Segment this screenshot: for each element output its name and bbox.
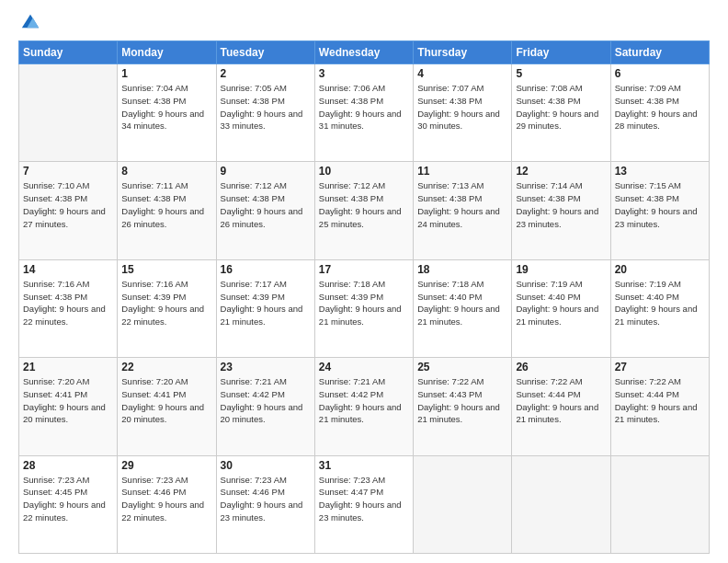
calendar-cell: 13Sunrise: 7:15 AMSunset: 4:38 PMDayligh… — [610, 162, 709, 259]
calendar-cell: 9Sunrise: 7:12 AMSunset: 4:38 PMDaylight… — [216, 162, 314, 259]
day-number: 23 — [221, 361, 311, 373]
day-number: 24 — [319, 361, 409, 373]
calendar-cell: 21Sunrise: 7:20 AMSunset: 4:41 PMDayligh… — [19, 358, 118, 455]
day-number: 16 — [221, 263, 311, 276]
calendar-cell: 6Sunrise: 7:09 AMSunset: 4:38 PMDaylight… — [610, 64, 709, 162]
calendar-cell: 16Sunrise: 7:17 AMSunset: 4:39 PMDayligh… — [216, 259, 314, 357]
calendar-cell: 4Sunrise: 7:07 AMSunset: 4:38 PMDaylight… — [414, 64, 512, 162]
day-info: Sunrise: 7:22 AMSunset: 4:43 PMDaylight:… — [417, 375, 507, 426]
calendar-cell: 27Sunrise: 7:22 AMSunset: 4:44 PMDayligh… — [610, 358, 709, 455]
day-info: Sunrise: 7:07 AMSunset: 4:38 PMDaylight:… — [417, 82, 507, 132]
day-info: Sunrise: 7:06 AMSunset: 4:38 PMDaylight:… — [319, 82, 409, 132]
day-info: Sunrise: 7:20 AMSunset: 4:41 PMDaylight:… — [23, 375, 113, 426]
calendar-cell: 31Sunrise: 7:23 AMSunset: 4:47 PMDayligh… — [314, 455, 413, 553]
calendar-cell: 28Sunrise: 7:23 AMSunset: 4:45 PMDayligh… — [19, 455, 118, 553]
day-number: 17 — [319, 263, 409, 276]
calendar-cell: 14Sunrise: 7:16 AMSunset: 4:38 PMDayligh… — [19, 259, 118, 357]
day-info: Sunrise: 7:12 AMSunset: 4:38 PMDaylight:… — [319, 179, 409, 230]
day-info: Sunrise: 7:22 AMSunset: 4:44 PMDaylight:… — [615, 375, 705, 426]
day-number: 9 — [221, 165, 311, 178]
logo — [18, 15, 40, 31]
day-info: Sunrise: 7:21 AMSunset: 4:42 PMDaylight:… — [319, 375, 409, 426]
calendar-cell: 2Sunrise: 7:05 AMSunset: 4:38 PMDaylight… — [216, 64, 314, 162]
day-number: 26 — [516, 361, 606, 373]
day-number: 28 — [23, 459, 113, 472]
calendar-cell: 17Sunrise: 7:18 AMSunset: 4:39 PMDayligh… — [314, 259, 413, 357]
calendar-cell: 19Sunrise: 7:19 AMSunset: 4:40 PMDayligh… — [512, 259, 610, 357]
calendar-cell: 10Sunrise: 7:12 AMSunset: 4:38 PMDayligh… — [314, 162, 413, 259]
day-info: Sunrise: 7:12 AMSunset: 4:38 PMDaylight:… — [221, 179, 311, 230]
day-info: Sunrise: 7:04 AMSunset: 4:38 PMDaylight:… — [121, 82, 211, 132]
day-header-sunday: Sunday — [19, 41, 118, 64]
day-number: 10 — [319, 165, 409, 178]
day-info: Sunrise: 7:23 AMSunset: 4:46 PMDaylight:… — [221, 474, 311, 524]
day-number: 3 — [319, 67, 409, 80]
day-header-wednesday: Wednesday — [314, 41, 413, 64]
day-number: 31 — [319, 459, 409, 472]
calendar-cell: 23Sunrise: 7:21 AMSunset: 4:42 PMDayligh… — [216, 358, 314, 455]
day-number: 22 — [121, 361, 211, 373]
calendar-header-row: SundayMondayTuesdayWednesdayThursdayFrid… — [19, 41, 710, 64]
day-info: Sunrise: 7:05 AMSunset: 4:38 PMDaylight:… — [221, 82, 311, 132]
calendar-cell — [610, 455, 709, 553]
header — [18, 15, 710, 31]
calendar-week-row: 21Sunrise: 7:20 AMSunset: 4:41 PMDayligh… — [19, 358, 710, 455]
calendar-cell: 8Sunrise: 7:11 AMSunset: 4:38 PMDaylight… — [118, 162, 216, 259]
day-info: Sunrise: 7:23 AMSunset: 4:46 PMDaylight:… — [121, 474, 211, 524]
day-number: 8 — [121, 165, 211, 178]
calendar-cell: 24Sunrise: 7:21 AMSunset: 4:42 PMDayligh… — [314, 358, 413, 455]
day-info: Sunrise: 7:19 AMSunset: 4:40 PMDaylight:… — [516, 278, 606, 328]
day-number: 30 — [221, 459, 311, 472]
calendar-week-row: 7Sunrise: 7:10 AMSunset: 4:38 PMDaylight… — [19, 162, 710, 259]
day-number: 25 — [417, 361, 507, 373]
day-number: 14 — [23, 263, 113, 276]
calendar-cell: 25Sunrise: 7:22 AMSunset: 4:43 PMDayligh… — [414, 358, 512, 455]
calendar-cell: 1Sunrise: 7:04 AMSunset: 4:38 PMDaylight… — [118, 64, 216, 162]
calendar-cell: 3Sunrise: 7:06 AMSunset: 4:38 PMDaylight… — [314, 64, 413, 162]
calendar-cell: 29Sunrise: 7:23 AMSunset: 4:46 PMDayligh… — [118, 455, 216, 553]
day-info: Sunrise: 7:19 AMSunset: 4:40 PMDaylight:… — [615, 278, 705, 328]
calendar-cell: 18Sunrise: 7:18 AMSunset: 4:40 PMDayligh… — [414, 259, 512, 357]
calendar-cell: 30Sunrise: 7:23 AMSunset: 4:46 PMDayligh… — [216, 455, 314, 553]
calendar-cell — [414, 455, 512, 553]
day-info: Sunrise: 7:10 AMSunset: 4:38 PMDaylight:… — [23, 179, 113, 230]
calendar-week-row: 28Sunrise: 7:23 AMSunset: 4:45 PMDayligh… — [19, 455, 710, 553]
day-number: 18 — [417, 263, 507, 276]
day-info: Sunrise: 7:16 AMSunset: 4:39 PMDaylight:… — [121, 278, 211, 328]
day-info: Sunrise: 7:18 AMSunset: 4:39 PMDaylight:… — [319, 278, 409, 328]
calendar-cell: 22Sunrise: 7:20 AMSunset: 4:41 PMDayligh… — [118, 358, 216, 455]
day-number: 4 — [417, 67, 507, 80]
calendar-cell: 5Sunrise: 7:08 AMSunset: 4:38 PMDaylight… — [512, 64, 610, 162]
day-header-thursday: Thursday — [414, 41, 512, 64]
day-number: 7 — [23, 165, 113, 178]
day-info: Sunrise: 7:08 AMSunset: 4:38 PMDaylight:… — [516, 82, 606, 132]
day-info: Sunrise: 7:13 AMSunset: 4:38 PMDaylight:… — [417, 179, 507, 230]
calendar-cell — [512, 455, 610, 553]
calendar-cell — [19, 64, 118, 162]
calendar-cell: 12Sunrise: 7:14 AMSunset: 4:38 PMDayligh… — [512, 162, 610, 259]
day-info: Sunrise: 7:17 AMSunset: 4:39 PMDaylight:… — [221, 278, 311, 328]
calendar-cell: 26Sunrise: 7:22 AMSunset: 4:44 PMDayligh… — [512, 358, 610, 455]
day-info: Sunrise: 7:14 AMSunset: 4:38 PMDaylight:… — [516, 179, 606, 230]
day-number: 21 — [23, 361, 113, 373]
calendar-cell: 15Sunrise: 7:16 AMSunset: 4:39 PMDayligh… — [118, 259, 216, 357]
day-header-saturday: Saturday — [610, 41, 709, 64]
day-number: 13 — [615, 165, 705, 178]
calendar-cell: 20Sunrise: 7:19 AMSunset: 4:40 PMDayligh… — [610, 259, 709, 357]
day-number: 27 — [615, 361, 705, 373]
day-number: 1 — [121, 67, 211, 80]
day-number: 29 — [121, 459, 211, 472]
day-number: 20 — [615, 263, 705, 276]
day-number: 5 — [516, 67, 606, 80]
day-header-monday: Monday — [118, 41, 216, 64]
day-info: Sunrise: 7:20 AMSunset: 4:41 PMDaylight:… — [121, 375, 211, 426]
calendar-week-row: 14Sunrise: 7:16 AMSunset: 4:38 PMDayligh… — [19, 259, 710, 357]
day-number: 11 — [417, 165, 507, 178]
page: SundayMondayTuesdayWednesdayThursdayFrid… — [0, 0, 728, 563]
day-number: 2 — [221, 67, 311, 80]
day-number: 19 — [516, 263, 606, 276]
day-number: 15 — [121, 263, 211, 276]
day-number: 6 — [615, 67, 705, 80]
calendar-week-row: 1Sunrise: 7:04 AMSunset: 4:38 PMDaylight… — [19, 64, 710, 162]
day-number: 12 — [516, 165, 606, 178]
